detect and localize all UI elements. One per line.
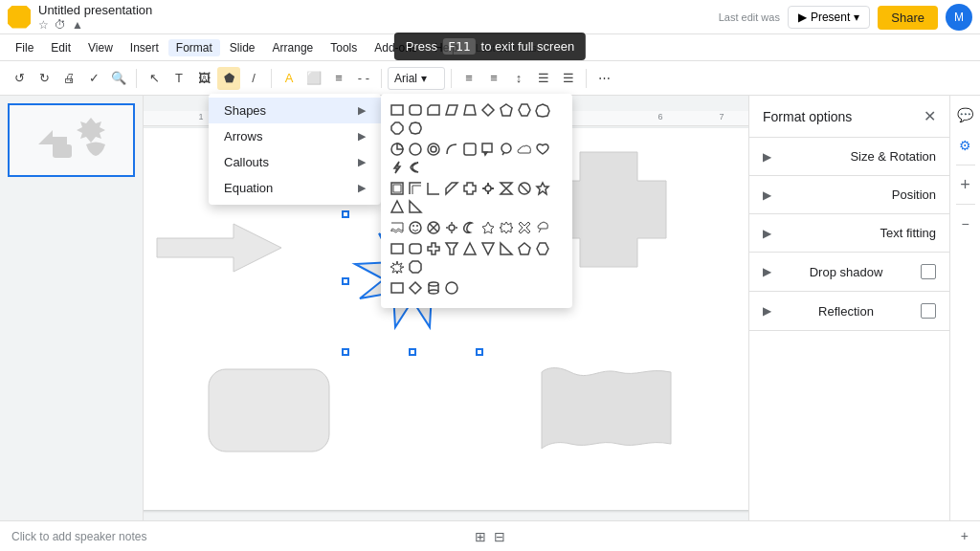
shape-brace[interactable] (461, 141, 479, 158)
drop-shadow-checkbox[interactable] (921, 264, 936, 279)
shape-sun[interactable] (443, 219, 460, 236)
print-button[interactable]: 🖨 (57, 67, 80, 90)
shape-gear[interactable] (479, 180, 497, 197)
grid-icon[interactable]: ⊞ (475, 529, 486, 544)
shape-chord[interactable] (407, 141, 424, 158)
format-text-fitting-header[interactable]: ▶ Text fitting (749, 214, 949, 252)
shape-triangle2[interactable] (461, 240, 479, 257)
shape-square-callout[interactable] (479, 141, 497, 158)
add-slide-icon[interactable]: + (961, 528, 969, 543)
history-icon[interactable]: ⏱ (55, 18, 66, 32)
cursor-button[interactable]: ↖ (143, 67, 166, 90)
shape-parallelogram[interactable] (443, 101, 460, 119)
format-panel-close[interactable]: ✕ (924, 107, 936, 125)
border-color-button[interactable]: ⬜ (302, 67, 325, 90)
dropdown-shapes[interactable]: Shapes ▶ (209, 98, 381, 123)
shape-star4[interactable] (534, 180, 551, 197)
add-icon[interactable]: + (954, 173, 977, 196)
shape-moon[interactable] (461, 219, 479, 236)
star-icon[interactable]: ☆ (38, 18, 49, 32)
shape-cloud[interactable] (516, 141, 533, 158)
shape-inverted-tri[interactable] (479, 240, 497, 257)
shape-triangle[interactable] (389, 198, 406, 215)
shape-wave-rect[interactable] (389, 219, 406, 236)
speaker-notes-label[interactable]: Click to add speaker notes (11, 530, 467, 543)
dropdown-arrows[interactable]: Arrows ▶ (209, 123, 381, 149)
shape-rect-rounded[interactable] (407, 101, 424, 119)
menu-insert[interactable]: Insert (122, 39, 167, 56)
menu-view[interactable]: View (80, 39, 121, 56)
shape-square-btn[interactable] (389, 279, 406, 297)
more-button[interactable]: ⋯ (592, 67, 615, 90)
dropdown-equation[interactable]: Equation ▶ (209, 175, 381, 201)
menu-arrange[interactable]: Arrange (265, 39, 322, 56)
fill-color-button[interactable]: A (278, 67, 301, 90)
menu-edit[interactable]: Edit (43, 39, 78, 56)
font-selector[interactable]: Arial ▾ (388, 67, 445, 90)
border-weight-button[interactable]: ≡ (327, 67, 350, 90)
shape-rect-rounded2[interactable] (407, 240, 424, 257)
shape-half-frame[interactable] (407, 180, 424, 197)
shape-diamond[interactable] (479, 101, 497, 119)
shape-snip-rect[interactable] (425, 101, 442, 119)
shape-hexagon2[interactable] (534, 240, 551, 257)
insert-text-button[interactable]: T (167, 67, 190, 90)
shape-right-triangle[interactable] (407, 198, 424, 215)
present-button[interactable]: ▶ Present ▾ (788, 6, 870, 29)
shape-star6[interactable] (498, 219, 515, 236)
menu-slide[interactable]: Slide (222, 39, 263, 56)
shape-pie[interactable] (389, 141, 406, 158)
undo-button[interactable]: ↺ (8, 67, 31, 90)
shape-star5[interactable] (479, 219, 497, 236)
shape-heart[interactable] (534, 141, 551, 158)
reflection-checkbox[interactable] (921, 303, 936, 319)
align-center-button[interactable]: ≡ (482, 67, 505, 90)
menu-tools[interactable]: Tools (323, 39, 365, 56)
arrow-shape[interactable] (157, 209, 281, 290)
avatar[interactable]: M (946, 4, 972, 31)
shapes-button[interactable]: ⬟ (217, 67, 240, 90)
menu-format[interactable]: Format (168, 39, 220, 56)
shape-decagon[interactable] (407, 120, 424, 137)
shape-prohibited[interactable] (516, 180, 533, 197)
shape-funnel[interactable] (443, 240, 460, 257)
shape-diamond2[interactable] (407, 279, 424, 297)
insert-image-button[interactable]: 🖼 (192, 67, 215, 90)
table-icon[interactable]: ⊟ (494, 529, 505, 544)
redo-button[interactable]: ↻ (33, 67, 56, 90)
line-spacing-button[interactable]: ↕ (507, 67, 530, 90)
rounded-rect-shape[interactable] (207, 367, 331, 457)
slide-thumbnail-1[interactable]: 1 (8, 103, 135, 177)
shape-corner[interactable] (425, 180, 442, 197)
gdrive-icon[interactable]: ▲ (72, 18, 83, 32)
format-size-rotation-header[interactable]: ▶ Size & Rotation (749, 138, 949, 175)
menu-file[interactable]: File (8, 39, 41, 56)
shape-smiley[interactable] (407, 219, 424, 236)
shape-lightning[interactable] (389, 159, 406, 176)
shape-heptagon[interactable] (534, 101, 551, 119)
insert-line-button[interactable]: / (242, 67, 265, 90)
shape-snip-corner[interactable] (407, 258, 424, 276)
format-icon[interactable]: ⚙ (954, 134, 977, 157)
shape-blocked-x[interactable] (425, 219, 442, 236)
numbered-list-button[interactable]: ☰ (557, 67, 580, 90)
bulleted-list-button[interactable]: ☰ (532, 67, 555, 90)
minus-icon[interactable]: − (954, 212, 977, 235)
shape-cylinder[interactable] (425, 279, 442, 297)
format-reflection-header[interactable]: ▶ Reflection (749, 292, 949, 330)
comments-icon[interactable]: 💬 (954, 103, 977, 126)
shape-octagon[interactable] (389, 120, 406, 137)
shape-crux[interactable] (425, 240, 442, 257)
shape-x-cross[interactable] (516, 219, 533, 236)
align-left-button[interactable]: ≡ (457, 67, 480, 90)
shape-cross-plus[interactable] (461, 180, 479, 197)
shape-round-callout[interactable] (498, 141, 515, 158)
spellcheck-button[interactable]: ✓ (82, 67, 105, 90)
zoom-button[interactable]: 🔍 (107, 67, 130, 90)
border-dash-button[interactable]: - - (352, 67, 375, 90)
shape-hourglass[interactable] (498, 180, 515, 197)
dropdown-callouts[interactable]: Callouts ▶ (209, 149, 381, 175)
shape-burst[interactable] (389, 258, 406, 276)
shape-diagonal-stripe[interactable] (443, 180, 460, 197)
shape-hexagon[interactable] (516, 101, 533, 119)
